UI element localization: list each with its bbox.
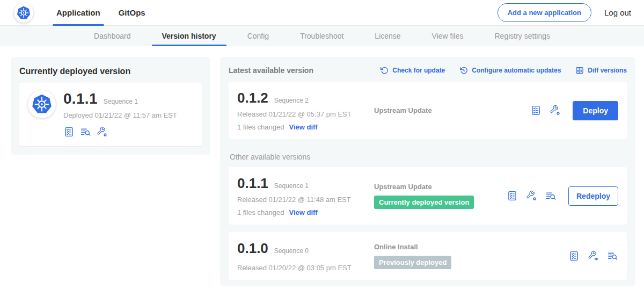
main-content: Currently deployed version 0.1.1 Sequenc… [0, 46, 644, 286]
subnav-tab-registry-settings[interactable]: Registry settings [479, 26, 566, 46]
redeploy-button[interactable]: Redeploy [568, 186, 618, 206]
deployed-sequence-label: Sequence 1 [104, 98, 138, 105]
version-row-actions: Deploy [530, 90, 618, 131]
files-changed-label: 1 files changed [237, 208, 284, 217]
currently-deployed-title: Currently deployed version [19, 67, 202, 76]
tab-application[interactable]: Application [47, 0, 109, 26]
subnav-tab-view-files[interactable]: View files [416, 26, 479, 46]
add-application-button[interactable]: Add a new application [497, 3, 591, 22]
subnav-tab-troubleshoot[interactable]: Troubleshoot [284, 26, 359, 46]
version-number: 0.1.2 [237, 90, 268, 106]
view-diff-link[interactable]: View diff [289, 208, 317, 217]
released-timestamp: Released 01/20/22 @ 03:05 pm EST [237, 264, 374, 272]
version-row-0-1-0: 0.1.0 Sequence 0 Released 01/20/22 @ 03:… [229, 232, 627, 280]
deployed-version-card: 0.1.1 Sequence 1 Deployed 01/21/22 @ 11:… [19, 83, 202, 146]
subnav-tab-config[interactable]: Config [232, 26, 284, 46]
latest-version-header: Latest available version [229, 66, 313, 75]
tab-gitops[interactable]: GitOps [109, 0, 155, 26]
version-row-status: Upstream Update [374, 90, 524, 131]
preflight-checks-icon[interactable] [568, 250, 580, 262]
app-kubernetes-logo-icon [28, 90, 56, 118]
version-row-info: 0.1.1 Sequence 1 Released 01/21/22 @ 11:… [237, 175, 374, 217]
version-row-0-1-2: 0.1.2 Sequence 2 Released 01/21/22 @ 05:… [229, 82, 627, 139]
diff-versions-link[interactable]: Diff versions [575, 66, 627, 75]
version-history-panel: Latest available version Check for updat… [220, 57, 635, 286]
logout-link[interactable]: Log out [604, 8, 631, 17]
edit-config-icon[interactable] [526, 190, 537, 201]
version-row-0-1-1: 0.1.1 Sequence 1 Released 01/21/22 @ 11:… [229, 167, 627, 225]
deploy-button[interactable]: Deploy [573, 101, 618, 120]
version-source-label: Online Install [374, 243, 418, 251]
version-row-info: 0.1.0 Sequence 0 Released 01/20/22 @ 03:… [237, 240, 374, 272]
refresh-icon [380, 66, 389, 75]
configure-automatic-updates-link[interactable]: Configure automatic updates [459, 66, 561, 75]
subnav-tab-license[interactable]: License [359, 26, 416, 46]
subnav-tab-dashboard[interactable]: Dashboard [78, 26, 147, 46]
view-config-icon[interactable] [588, 250, 599, 262]
version-row-actions [568, 240, 618, 272]
sequence-label: Sequence 2 [274, 97, 309, 104]
top-bar-right: Add a new application Log out [497, 3, 631, 22]
view-logs-icon[interactable] [545, 190, 557, 201]
kubernetes-logo-icon [14, 3, 33, 23]
version-source-label: Upstream Update [374, 183, 432, 191]
version-row-status: Upstream Update Currently deployed versi… [374, 175, 500, 217]
top-bar: Application GitOps Add a new application… [0, 0, 644, 26]
diff-versions-label: Diff versions [588, 67, 627, 74]
edit-config-icon[interactable] [97, 126, 108, 138]
previously-deployed-badge: Previously deployed [374, 256, 451, 269]
files-changed-label: 1 files changed [237, 123, 284, 131]
version-row-status: Online Install Previously deployed [374, 240, 562, 272]
view-logs-icon[interactable] [607, 250, 618, 262]
check-for-update-label: Check for update [392, 67, 445, 74]
other-versions-header: Other available versions [230, 153, 626, 161]
preflight-checks-icon[interactable] [530, 105, 541, 116]
deployed-version-number: 0.1.1 [63, 90, 98, 107]
schedule-update-icon [459, 66, 468, 75]
deployed-timestamp: Deployed 01/21/22 @ 11:57 am EST [63, 111, 177, 119]
version-number: 0.1.0 [237, 240, 268, 257]
version-row-info: 0.1.2 Sequence 2 Released 01/21/22 @ 05:… [237, 90, 374, 131]
panel-actions: Check for update Configure automatic upd… [380, 66, 627, 75]
deployed-version-info: 0.1.1 Sequence 1 Deployed 01/21/22 @ 11:… [63, 90, 177, 138]
edit-config-icon[interactable] [550, 105, 561, 116]
subnav-tab-version-history[interactable]: Version history [147, 26, 232, 46]
check-for-update-link[interactable]: Check for update [380, 66, 445, 75]
version-number: 0.1.1 [237, 175, 268, 192]
version-source-label: Upstream Update [374, 106, 432, 114]
view-diff-link[interactable]: View diff [289, 123, 317, 131]
currently-deployed-badge: Currently deployed version [374, 196, 474, 209]
currently-deployed-card: Currently deployed version 0.1.1 Sequenc… [11, 57, 210, 155]
preflight-checks-icon[interactable] [507, 190, 518, 201]
configure-automatic-updates-label: Configure automatic updates [472, 67, 561, 74]
sequence-label: Sequence 1 [274, 182, 309, 190]
sequence-label: Sequence 0 [274, 247, 309, 255]
released-timestamp: Released 01/21/22 @ 05:37 pm EST [237, 110, 374, 118]
app-subnav: Dashboard Version history Config Trouble… [0, 26, 644, 46]
view-logs-icon[interactable] [80, 126, 91, 138]
preflight-checks-icon[interactable] [63, 126, 75, 138]
version-row-actions: Redeploy [507, 175, 618, 217]
diff-icon [575, 66, 584, 75]
released-timestamp: Released 01/21/22 @ 11:48 am EST [237, 196, 374, 204]
